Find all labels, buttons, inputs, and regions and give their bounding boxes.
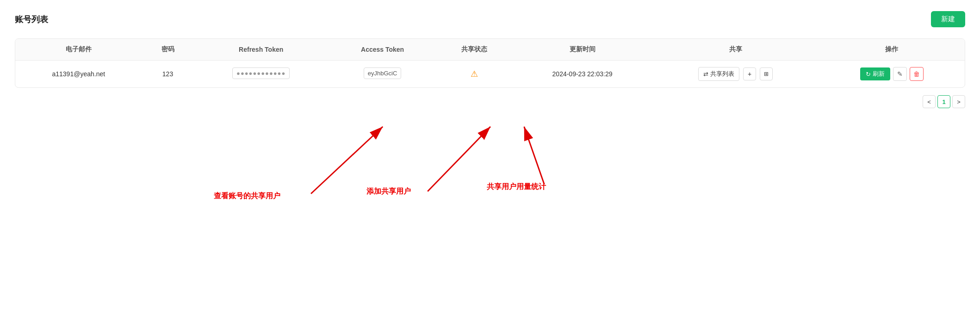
col-share: 共享 — [652, 39, 819, 61]
annotation-label-1: 查看账号的共享用户 — [214, 191, 280, 201]
cell-update-time: 2024-09-23 22:03:29 — [512, 61, 652, 88]
delete-icon: 🗑 — [913, 70, 920, 78]
svg-line-1 — [311, 127, 383, 194]
svg-line-2 — [428, 127, 490, 191]
new-button[interactable]: 新建 — [931, 11, 965, 27]
refresh-icon: ↻ — [866, 71, 871, 78]
annotation-label-2: 添加共享用户 — [366, 187, 411, 196]
cell-refresh-token: ●●●●●●●●●●●● — [193, 61, 328, 88]
cell-password: 123 — [142, 61, 194, 88]
share-icon: ⇄ — [703, 71, 708, 78]
warn-icon: ⚠ — [469, 69, 479, 79]
accounts-table: 电子邮件 密码 Refresh Token Access Token 共享状态 … — [15, 38, 965, 88]
edit-icon: ✎ — [897, 70, 903, 78]
share-list-label: 共享列表 — [710, 70, 734, 78]
refresh-button[interactable]: ↻ 刷新 — [860, 67, 890, 80]
next-page-button[interactable]: > — [952, 95, 965, 108]
plus-icon: + — [748, 70, 751, 78]
refresh-token-value: ●●●●●●●●●●●● — [232, 67, 290, 79]
col-access-token: Access Token — [329, 39, 436, 61]
add-share-user-button[interactable]: + — [743, 67, 756, 80]
col-share-status: 共享状态 — [436, 39, 512, 61]
access-token-value: eyJhbGciC — [364, 67, 402, 79]
col-update-time: 更新时间 — [512, 39, 652, 61]
col-actions: 操作 — [819, 39, 965, 61]
page-1-button[interactable]: 1 — [937, 95, 950, 108]
svg-line-3 — [524, 127, 545, 184]
cell-access-token: eyJhbGciC — [329, 61, 436, 88]
col-password: 密码 — [142, 39, 194, 61]
refresh-label: 刷新 — [873, 70, 885, 78]
prev-page-button[interactable]: < — [923, 95, 936, 108]
page-title: 账号列表 — [15, 14, 48, 25]
share-stats-button[interactable]: ⊞ — [760, 67, 773, 80]
pagination: < 1 > — [15, 95, 965, 108]
edit-button[interactable]: ✎ — [893, 67, 907, 81]
chart-icon: ⊞ — [764, 71, 769, 77]
col-refresh-token: Refresh Token — [193, 39, 328, 61]
share-list-button[interactable]: ⇄ 共享列表 — [698, 67, 739, 81]
cell-share-status: ⚠ — [436, 61, 512, 88]
cell-share: ⇄ 共享列表 + ⊞ — [652, 61, 819, 88]
annotation-label-3: 共享用户用量统计 — [487, 182, 546, 192]
table-row: a11391@yeah.net 123 ●●●●●●●●●●●● eyJhbGc… — [15, 61, 965, 88]
cell-email: a11391@yeah.net — [15, 61, 142, 88]
col-email: 电子邮件 — [15, 39, 142, 61]
annotation-area: 查看账号的共享用户 添加共享用户 共享用户用量统计 — [15, 113, 965, 233]
cell-actions: ↻ 刷新 ✎ 🗑 — [819, 61, 965, 88]
delete-button[interactable]: 🗑 — [910, 67, 924, 81]
arrows-svg — [15, 113, 965, 233]
